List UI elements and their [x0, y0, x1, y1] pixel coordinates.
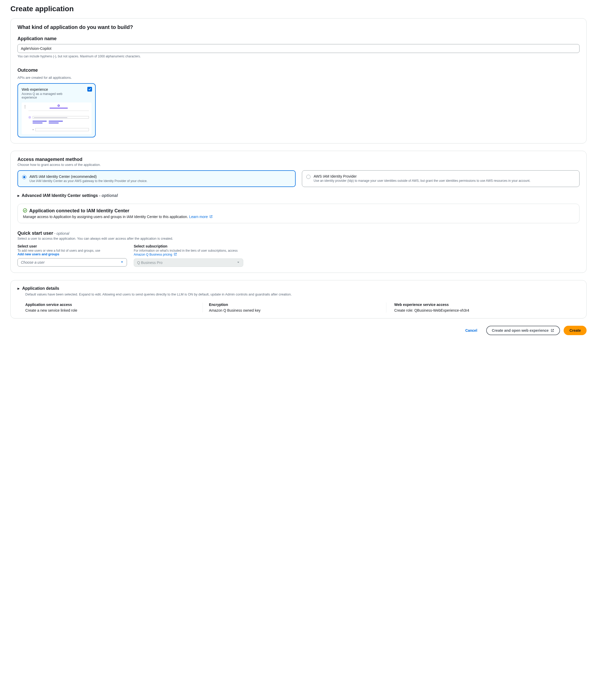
access-sub: Choose how to grant access to users of t…	[18, 163, 579, 167]
kind-heading: What kind of application do you want to …	[18, 24, 579, 30]
outcome-hint: APIs are created for all applications.	[18, 76, 579, 79]
app-service-access-value: Create a new service linked role	[25, 308, 196, 312]
svg-marker-2	[237, 262, 239, 263]
application-details-expander[interactable]: ▶ Application details	[18, 286, 579, 291]
select-user-dropdown[interactable]: Choose a user	[18, 258, 127, 267]
checkmark-icon	[87, 87, 92, 92]
details-heading: Application details	[22, 286, 59, 291]
success-check-icon	[23, 208, 27, 213]
select-user-hint: To add new users or view a full list of …	[18, 249, 100, 252]
caret-right-icon: ▶	[18, 194, 20, 197]
select-user-placeholder: Choose a user	[21, 260, 45, 265]
select-subscription-dropdown: Q Business Pro	[134, 258, 243, 267]
kind-panel: What kind of application do you want to …	[10, 18, 587, 144]
caret-right-icon: ▶	[18, 287, 20, 290]
encryption-label: Encryption	[209, 302, 380, 307]
radio-2-title: AWS IAM Identity Provider	[314, 174, 530, 178]
access-heading: Access management method	[18, 157, 579, 162]
select-user-label: Select user	[18, 244, 127, 248]
application-name-input[interactable]	[18, 44, 579, 53]
radio-icon	[306, 175, 311, 179]
svg-marker-1	[121, 261, 123, 263]
access-panel: Access management method Choose how to g…	[10, 151, 587, 273]
radio-1-title: AWS IAM Identity Center (recommended)	[29, 174, 147, 179]
radio-iam-identity-center[interactable]: AWS IAM Identity Center (recommended) Us…	[18, 170, 296, 187]
add-users-link[interactable]: Add new users and groups	[18, 252, 59, 256]
pricing-link[interactable]: Amazon Q Business pricing	[134, 253, 177, 256]
caret-down-icon	[121, 260, 124, 265]
external-link-icon	[551, 329, 554, 332]
app-service-access-label: Application service access	[25, 302, 196, 307]
application-details-panel: ▶ Application details Default values hav…	[10, 280, 587, 319]
external-link-icon	[209, 215, 213, 218]
external-link-icon	[174, 252, 177, 256]
svg-point-0	[23, 209, 27, 212]
outcome-card-web-experience[interactable]: Web experience Access Q as a managed web…	[18, 83, 96, 138]
learn-more-link[interactable]: Learn more	[189, 215, 212, 219]
advanced-label: Advanced IAM Identity Center settings	[22, 193, 98, 198]
footer-actions: Cancel Create and open web experience Cr…	[10, 326, 587, 335]
application-name-label: Application name	[18, 36, 579, 42]
status-title: Application connected to IAM Identity Ce…	[29, 208, 129, 214]
quick-start-heading: Quick start user	[18, 230, 53, 236]
select-subscription-hint: For information on what's included in th…	[134, 249, 237, 252]
status-desc: Manage access to Application by assignin…	[23, 215, 189, 219]
radio-1-desc: Use IAM Identity Center as your AWS gate…	[29, 179, 147, 183]
create-button[interactable]: Create	[564, 326, 587, 335]
advanced-settings-expander[interactable]: ▶ Advanced IAM Identity Center settings …	[18, 193, 579, 198]
caret-down-icon	[237, 260, 240, 265]
outcome-preview	[22, 102, 92, 134]
application-name-hint: You can include hyphens (-), but not spa…	[18, 54, 579, 58]
web-exp-access-value: Create role: QBusiness-WebExperience-xh3…	[394, 308, 573, 312]
cancel-button[interactable]: Cancel	[460, 326, 483, 334]
encryption-value: Amazon Q Business owned key	[209, 308, 380, 312]
quick-start-sub: Select a user to access the application.…	[18, 236, 579, 241]
select-subscription-placeholder: Q Business Pro	[137, 260, 162, 265]
radio-icon	[22, 175, 26, 179]
outcome-label: Outcome	[18, 68, 579, 73]
web-exp-access-label: Web experience service access	[394, 302, 573, 307]
connection-status-box: Application connected to IAM Identity Ce…	[18, 204, 579, 223]
radio-iam-identity-provider[interactable]: AWS IAM Identity Provider Use an identit…	[302, 170, 579, 187]
details-sub: Default values have been selected. Expan…	[25, 292, 579, 296]
select-subscription-label: Select subscription	[134, 244, 243, 248]
outcome-card-desc: Access Q as a managed web experience	[22, 92, 66, 99]
create-and-open-button[interactable]: Create and open web experience	[486, 326, 560, 335]
outcome-card-title: Web experience	[22, 88, 92, 92]
page-title: Create application	[10, 5, 587, 13]
radio-2-desc: Use an identity provider (Idp) to manage…	[314, 179, 530, 182]
